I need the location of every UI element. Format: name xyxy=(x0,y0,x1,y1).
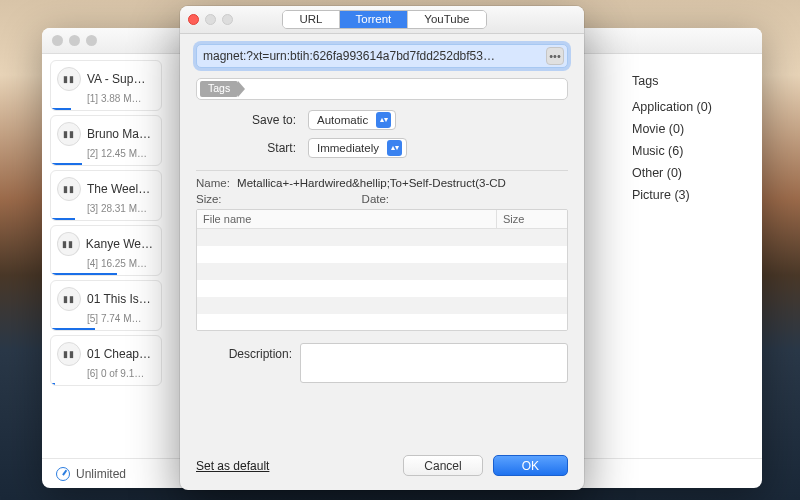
pause-icon[interactable]: ▮▮ xyxy=(57,122,81,146)
tag-filter-other[interactable]: Other (0) xyxy=(632,162,752,184)
start-value: Immediately xyxy=(317,142,379,154)
set-as-default-link[interactable]: Set as default xyxy=(196,459,269,473)
dialog-min-icon xyxy=(205,14,216,25)
download-meta: [3] 28.31 M… xyxy=(87,203,153,214)
tab-url[interactable]: URL xyxy=(283,11,338,28)
tag-filter-music[interactable]: Music (6) xyxy=(632,140,752,162)
divider xyxy=(196,170,568,171)
url-options-button[interactable]: ••• xyxy=(546,47,564,65)
progress-bar xyxy=(51,108,71,110)
save-to-label: Save to: xyxy=(196,113,296,127)
progress-bar xyxy=(51,163,82,165)
tags-input[interactable]: Tags xyxy=(196,78,568,100)
download-title: 01 This Is… xyxy=(87,292,151,306)
start-label: Start: xyxy=(196,141,296,155)
table-row xyxy=(197,246,567,263)
start-select[interactable]: Immediately ▴▾ xyxy=(308,138,407,158)
pause-icon[interactable]: ▮▮ xyxy=(57,287,81,311)
file-list-table[interactable]: File name Size xyxy=(196,209,568,331)
tab-youtube[interactable]: YouTube xyxy=(407,11,485,28)
ok-button[interactable]: OK xyxy=(493,455,568,476)
tag-filter-application[interactable]: Application (0) xyxy=(632,96,752,118)
progress-bar xyxy=(51,328,95,330)
pause-icon[interactable]: ▮▮ xyxy=(57,232,80,256)
pause-icon[interactable]: ▮▮ xyxy=(57,342,81,366)
download-item[interactable]: ▮▮01 Cheap… [6] 0 of 9.1… xyxy=(50,335,162,386)
traffic-light-close[interactable] xyxy=(52,35,63,46)
download-meta: [2] 12.45 M… xyxy=(87,148,153,159)
magnet-url-input[interactable] xyxy=(196,44,568,68)
download-title: Kanye We… xyxy=(86,237,153,251)
name-value: Metallica+-+Hardwired&hellip;To+Self-Des… xyxy=(237,177,506,189)
col-size[interactable]: Size xyxy=(497,210,567,228)
progress-bar xyxy=(51,273,117,275)
traffic-light-min[interactable] xyxy=(69,35,80,46)
col-filename[interactable]: File name xyxy=(197,210,497,228)
download-title: VA - Sup… xyxy=(87,72,145,86)
download-meta: [6] 0 of 9.1… xyxy=(87,368,153,379)
dialog-zoom-icon xyxy=(222,14,233,25)
tags-sidebar: Tags Application (0) Movie (0) Music (6)… xyxy=(622,54,762,458)
download-meta: [4] 16.25 M… xyxy=(87,258,153,269)
download-title: Bruno Ma… xyxy=(87,127,151,141)
tags-header: Tags xyxy=(632,74,752,88)
add-download-dialog: URL Torrent YouTube ••• Tags Save to: Au… xyxy=(180,6,584,490)
download-meta: [1] 3.88 M… xyxy=(87,93,153,104)
progress-bar xyxy=(51,383,55,385)
pause-icon[interactable]: ▮▮ xyxy=(57,177,81,201)
cancel-button[interactable]: Cancel xyxy=(403,455,482,476)
table-row xyxy=(197,314,567,331)
tags-chip: Tags xyxy=(200,81,238,97)
source-tabs: URL Torrent YouTube xyxy=(282,10,486,29)
traffic-light-zoom[interactable] xyxy=(86,35,97,46)
chevron-updown-icon: ▴▾ xyxy=(376,112,391,128)
table-row xyxy=(197,229,567,246)
download-item[interactable]: ▮▮01 This Is… [5] 7.74 M… xyxy=(50,280,162,331)
download-item[interactable]: ▮▮Kanye We… [4] 16.25 M… xyxy=(50,225,162,276)
table-row xyxy=(197,263,567,280)
description-textarea[interactable] xyxy=(300,343,568,383)
pause-icon[interactable]: ▮▮ xyxy=(57,67,81,91)
download-list: ▮▮VA - Sup… [1] 3.88 M… ▮▮Bruno Ma… [2] … xyxy=(42,54,162,458)
download-title: 01 Cheap… xyxy=(87,347,151,361)
download-meta: [5] 7.74 M… xyxy=(87,313,153,324)
dialog-titlebar: URL Torrent YouTube xyxy=(180,6,584,34)
chevron-updown-icon: ▴▾ xyxy=(387,140,402,156)
download-title: The Weel… xyxy=(87,182,150,196)
date-label: Date: xyxy=(362,193,390,205)
description-label: Description: xyxy=(196,343,292,383)
tag-filter-picture[interactable]: Picture (3) xyxy=(632,184,752,206)
table-row xyxy=(197,280,567,297)
url-field-wrap: ••• xyxy=(196,44,568,68)
save-to-select[interactable]: Automatic ▴▾ xyxy=(308,110,396,130)
download-item[interactable]: ▮▮Bruno Ma… [2] 12.45 M… xyxy=(50,115,162,166)
speed-gauge-icon[interactable] xyxy=(56,467,70,481)
speed-label[interactable]: Unlimited xyxy=(76,467,126,481)
save-to-value: Automatic xyxy=(317,114,368,126)
name-label: Name: xyxy=(196,177,230,189)
progress-bar xyxy=(51,218,75,220)
dialog-close-icon[interactable] xyxy=(188,14,199,25)
download-item[interactable]: ▮▮VA - Sup… [1] 3.88 M… xyxy=(50,60,162,111)
size-label: Size: xyxy=(196,193,222,205)
tab-torrent[interactable]: Torrent xyxy=(339,11,408,28)
table-row xyxy=(197,297,567,314)
tag-filter-movie[interactable]: Movie (0) xyxy=(632,118,752,140)
download-item[interactable]: ▮▮The Weel… [3] 28.31 M… xyxy=(50,170,162,221)
